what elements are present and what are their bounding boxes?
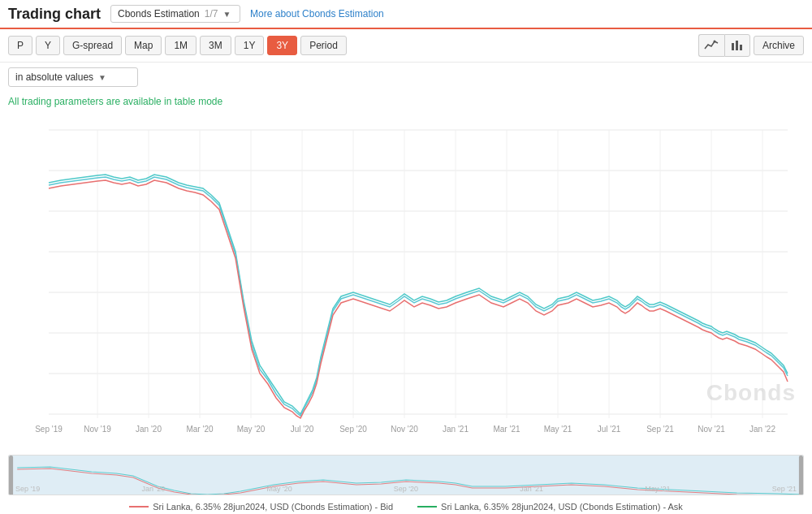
chevron-down-icon: ▼	[222, 10, 231, 19]
mini-label-may21: May '21	[645, 485, 670, 493]
legend-ask: Sri Lanka, 6.35% 28jun2024, USD (Cbonds …	[417, 502, 683, 512]
mini-label-sep21: Sep '21	[772, 485, 797, 493]
estimation-label: Cbonds Estimation	[118, 8, 200, 19]
chevron-down-icon: ▼	[98, 73, 106, 82]
svg-text:Jul '20: Jul '20	[291, 425, 314, 434]
mini-label-sep19: Sep '19	[15, 485, 40, 493]
line-chart-icon	[704, 39, 719, 52]
tab-y[interactable]: Y	[36, 36, 60, 55]
bar-chart-icon	[730, 39, 745, 52]
svg-rect-2	[736, 41, 738, 50]
legend-bid: Sri Lanka, 6.35% 28jun2024, USD (Cbonds …	[129, 502, 393, 512]
svg-rect-1	[732, 43, 734, 50]
line-chart-icon-btn[interactable]	[698, 34, 724, 57]
table-mode-link[interactable]: All trading parameters are available in …	[8, 96, 222, 107]
svg-text:Nov '21: Nov '21	[698, 425, 725, 434]
svg-text:Mar '20: Mar '20	[186, 425, 213, 434]
mini-chart[interactable]: Sep '19 Jan '20 May '20 Sep '20 Jan '21 …	[8, 455, 804, 495]
svg-text:Sep '19: Sep '19	[35, 425, 63, 434]
toolbar: P Y G-spread Map 1M 3M 1Y 3Y Period	[0, 29, 812, 63]
trading-chart-widget: Trading chart Cbonds Estimation 1/7 ▼ Mo…	[0, 0, 812, 514]
info-text: All trading parameters are available in …	[0, 92, 812, 114]
svg-text:May '20: May '20	[237, 425, 266, 434]
more-about-link[interactable]: More about Cbonds Estimation	[250, 8, 384, 19]
ask-legend-line	[417, 506, 437, 508]
estimation-page: 1/7	[205, 8, 218, 19]
tab-map[interactable]: Map	[125, 36, 162, 55]
ask-legend-label: Sri Lanka, 6.35% 28jun2024, USD (Cbonds …	[441, 502, 683, 512]
bid-legend-line	[129, 506, 149, 508]
svg-text:Mar '21: Mar '21	[493, 425, 520, 434]
svg-text:Sep '20: Sep '20	[339, 425, 367, 434]
chart-type-group	[698, 34, 750, 57]
tab-1y[interactable]: 1Y	[235, 36, 265, 55]
tab-3y[interactable]: 3Y	[267, 36, 297, 55]
bar-chart-icon-btn[interactable]	[724, 34, 750, 57]
tab-3m[interactable]: 3M	[200, 36, 231, 55]
archive-button[interactable]: Archive	[754, 36, 804, 55]
main-chart-area: Cbonds	[0, 114, 812, 455]
svg-text:Jan '21: Jan '21	[443, 425, 469, 434]
mini-label-jan21: Jan '21	[520, 485, 543, 493]
svg-text:Jan '20: Jan '20	[136, 425, 162, 434]
tab-p[interactable]: P	[8, 36, 32, 55]
svg-text:Jan '22: Jan '22	[749, 425, 775, 434]
values-select[interactable]: in absolute values ▼	[8, 67, 138, 87]
page-title: Trading chart	[8, 6, 101, 23]
values-select-label: in absolute values	[15, 71, 93, 83]
chart-legend: Sri Lanka, 6.35% 28jun2024, USD (Cbonds …	[0, 495, 812, 514]
mini-label-may20: May '20	[266, 485, 292, 493]
tab-period[interactable]: Period	[300, 36, 347, 55]
tab-1m[interactable]: 1M	[165, 36, 197, 55]
legend-row-1: Sri Lanka, 6.35% 28jun2024, USD (Cbonds …	[8, 502, 804, 512]
sub-toolbar: in absolute values ▼	[0, 63, 812, 92]
main-chart-svg: Sep '19 Nov '19 Jan '20 Mar '20 May '20 …	[8, 122, 804, 438]
estimation-selector[interactable]: Cbonds Estimation 1/7 ▼	[110, 5, 240, 23]
svg-text:May '21: May '21	[544, 425, 572, 434]
mini-label-sep20: Sep '20	[394, 485, 418, 493]
svg-point-0	[714, 41, 716, 43]
svg-text:Jul '21: Jul '21	[598, 425, 621, 434]
bid-legend-label: Sri Lanka, 6.35% 28jun2024, USD (Cbonds …	[153, 502, 393, 512]
svg-text:Sep '21: Sep '21	[646, 425, 674, 434]
header: Trading chart Cbonds Estimation 1/7 ▼ Mo…	[0, 0, 812, 29]
mini-label-jan20: Jan '20	[141, 485, 165, 493]
svg-text:Nov '20: Nov '20	[391, 425, 418, 434]
mini-x-labels: Sep '19 Jan '20 May '20 Sep '20 Jan '21 …	[9, 485, 803, 493]
svg-rect-3	[740, 45, 742, 50]
tab-gspread[interactable]: G-spread	[63, 36, 122, 55]
svg-text:Nov '19: Nov '19	[84, 425, 111, 434]
